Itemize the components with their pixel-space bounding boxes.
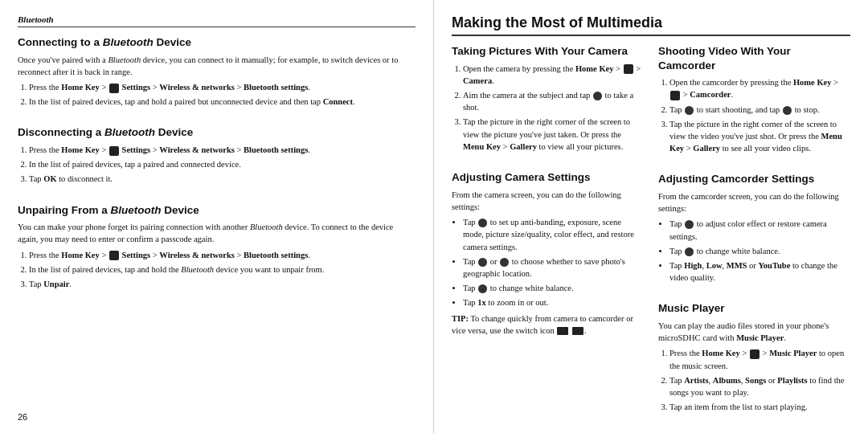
adjusting-camcorder-content: From the camcorder screen, you can do th… (658, 190, 850, 284)
left-page-number: 26 (18, 412, 416, 422)
left-page: Bluetooth Connecting to a Bluetooth Devi… (0, 0, 434, 433)
menu-icon2 (109, 146, 119, 156)
location-icon2 (500, 258, 509, 267)
cam-wb-icon (685, 247, 694, 256)
home-icon1 (624, 64, 633, 74)
unpairing-bluetooth-label: Bluetooth (111, 204, 162, 216)
section-connecting: Connecting to a Bluetooth Device Once yo… (18, 35, 416, 117)
wb-icon1 (478, 284, 487, 293)
section-disconnecting: Disconnecting a Bluetooth Device Press t… (18, 125, 416, 194)
cam-settings-icon (685, 220, 694, 229)
right-right-col: Shooting Video With Your Camcorder Open … (658, 44, 850, 431)
shutter-icon (593, 92, 602, 100)
switch-icon (557, 327, 568, 335)
section-shooting-video: Shooting Video With Your Camcorder Open … (658, 44, 850, 164)
right-page-header: Making the Most of Multimedia (452, 14, 850, 36)
adjusting-camera-content: From the camera screen, you can do the f… (452, 189, 644, 337)
section-unpairing: Unpairing From a Bluetooth Device You ca… (18, 203, 416, 300)
menu-icon3 (109, 251, 119, 260)
section-taking-pictures: Taking Pictures With Your Camera Open th… (452, 44, 644, 162)
adjusting-camera-title: Adjusting Camera Settings (452, 170, 644, 185)
page-spread: Bluetooth Connecting to a Bluetooth Devi… (0, 0, 868, 433)
adjusting-camcorder-title: Adjusting Camcorder Settings (658, 172, 850, 186)
disconnecting-bluetooth-label: Bluetooth (104, 126, 155, 138)
section-adjusting-camcorder: Adjusting Camcorder Settings From the ca… (658, 172, 850, 293)
camera-tip: TIP: To change quickly from camera to ca… (452, 312, 644, 337)
disconnecting-title: Disconnecting a Bluetooth Device (18, 125, 416, 140)
left-page-header: Bluetooth (18, 14, 416, 27)
taking-pictures-title: Taking Pictures With Your Camera (452, 44, 644, 59)
unpairing-title: Unpairing From a Bluetooth Device (18, 203, 416, 218)
shooting-video-content: Open the camcorder by pressing the Home … (658, 76, 850, 154)
shooting-video-title: Shooting Video With Your Camcorder (658, 44, 850, 72)
music-player-content: You can play the audio files stored in y… (658, 320, 850, 414)
record-icon (685, 106, 694, 115)
settings-icon1 (478, 219, 487, 227)
music-player-title: Music Player (658, 301, 850, 316)
switch-icon2 (572, 327, 583, 335)
location-icon1 (478, 258, 487, 267)
connecting-content: Once you've paired with a Bluetooth devi… (18, 54, 416, 108)
right-two-col: Taking Pictures With Your Camera Open th… (452, 44, 850, 431)
connecting-title: Connecting to a Bluetooth Device (18, 35, 416, 50)
connecting-bluetooth-label: Bluetooth (103, 36, 154, 48)
taking-pictures-content: Open the camera by pressing the Home Key… (452, 63, 644, 153)
disconnecting-content: Press the Home Key > Settings > Wireless… (18, 144, 416, 186)
section-adjusting-camera: Adjusting Camera Settings From the camer… (452, 170, 644, 346)
left-content: Connecting to a Bluetooth Device Once yo… (18, 35, 416, 412)
section-music-player: Music Player You can play the audio file… (658, 301, 850, 423)
menu-icon (109, 84, 119, 93)
home-icon2 (670, 91, 680, 100)
right-left-col: Taking Pictures With Your Camera Open th… (452, 44, 644, 431)
right-page: Making the Most of Multimedia Taking Pic… (434, 0, 868, 433)
home-icon3 (750, 349, 760, 359)
unpairing-content: You can make your phone forget its pairi… (18, 221, 416, 290)
stop-icon (783, 106, 792, 115)
